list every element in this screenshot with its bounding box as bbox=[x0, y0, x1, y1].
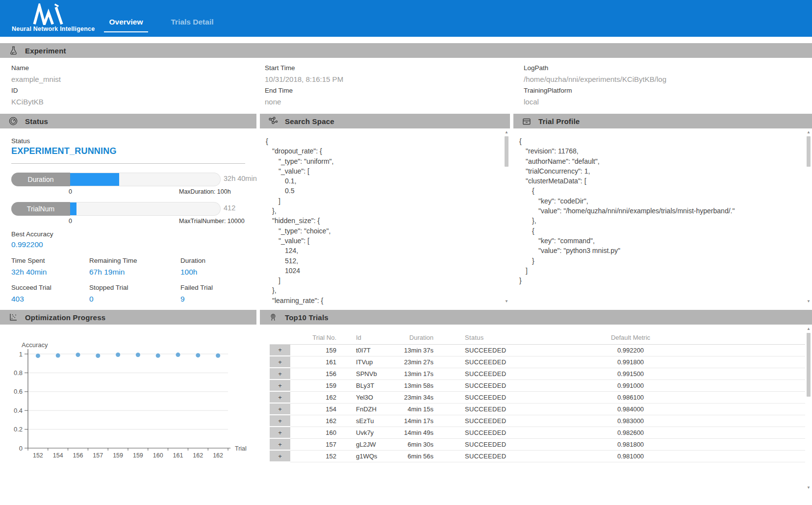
cell-id: Yel3O bbox=[339, 391, 392, 403]
json-line: "_value": [ bbox=[266, 236, 503, 246]
json-line: "trialConcurrency": 1, bbox=[519, 166, 805, 176]
scroll-down-icon[interactable]: ▼ bbox=[806, 299, 811, 304]
cell-default-metric: 0.991800 bbox=[584, 356, 678, 368]
start-time-field: Start Time 10/31/2018, 8:16:15 PM bbox=[265, 64, 343, 83]
max-label: MaxTrialNumber: 10000 bbox=[179, 218, 245, 225]
scroll-thumb[interactable] bbox=[807, 136, 811, 167]
json-line: }, bbox=[519, 216, 805, 226]
row-expand-button[interactable]: + bbox=[270, 379, 290, 391]
cell-trial-no: 162 bbox=[290, 415, 339, 427]
scatter-point[interactable] bbox=[216, 354, 220, 358]
scroll-down-icon[interactable]: ▼ bbox=[504, 299, 509, 304]
row-expand-button[interactable]: + bbox=[270, 344, 290, 356]
search-space-json: {"dropout_rate": {"_type": "uniform","_v… bbox=[260, 128, 503, 307]
json-line: ] bbox=[519, 266, 805, 276]
cell-id: ITVup bbox=[339, 356, 392, 368]
scroll-up-icon[interactable]: ▲ bbox=[504, 130, 509, 135]
json-line: ] bbox=[266, 196, 503, 206]
tab-overview[interactable]: Overview bbox=[104, 18, 148, 32]
row-expand-button[interactable]: + bbox=[270, 415, 290, 427]
row-expand-button[interactable]: + bbox=[270, 391, 290, 403]
x-axis-label: Trial bbox=[235, 445, 247, 452]
cell-trial-no: 156 bbox=[290, 368, 339, 379]
stat-value: 403 bbox=[11, 295, 51, 303]
optimization-section-bar: Optimization Progress bbox=[0, 310, 256, 325]
scatter-point[interactable] bbox=[176, 353, 180, 357]
field-label: LogPath bbox=[524, 64, 666, 72]
row-expand-button[interactable]: + bbox=[270, 356, 290, 368]
row-expand-button[interactable]: + bbox=[270, 403, 290, 415]
stat-label: Stopped Trial bbox=[89, 284, 128, 291]
row-expand-button[interactable]: + bbox=[270, 427, 290, 438]
scatter-point[interactable] bbox=[136, 353, 140, 357]
search-space-title: Search Space bbox=[285, 117, 334, 126]
training-platform-field: TrainingPlatform local bbox=[524, 87, 572, 106]
col-duration: Duration bbox=[392, 331, 436, 344]
x-tick-label: 157 bbox=[93, 452, 103, 459]
cell-default-metric: 0.991500 bbox=[584, 368, 678, 379]
scatter-point[interactable] bbox=[116, 353, 120, 357]
brand[interactable]: Neural Network Intelligence bbox=[12, 2, 90, 32]
json-line: 0.5 bbox=[266, 186, 503, 196]
min-label: 0 bbox=[69, 188, 72, 195]
scatter-point[interactable] bbox=[36, 354, 40, 358]
scatter-point[interactable] bbox=[76, 353, 80, 357]
duration-value: 32h 40min bbox=[224, 175, 257, 182]
scatter-point[interactable] bbox=[196, 353, 200, 357]
row-expand-button[interactable]: + bbox=[270, 368, 290, 379]
y-axis-label: Accuracy bbox=[22, 341, 48, 349]
json-line: "authorName": "default", bbox=[519, 156, 805, 166]
stat-value: 9 bbox=[180, 295, 213, 303]
scroll-down-icon[interactable]: ▼ bbox=[806, 485, 811, 490]
json-line: "key": "codeDir", bbox=[519, 196, 805, 206]
scatter-chart-icon bbox=[8, 312, 19, 323]
cell-status: SUCCEEDED bbox=[436, 344, 584, 356]
json-line: } bbox=[519, 276, 805, 285]
scroll-up-icon[interactable]: ▲ bbox=[806, 130, 811, 135]
cell-status: SUCCEEDED bbox=[436, 368, 584, 379]
progress-track bbox=[70, 202, 221, 216]
tab-trials-detail[interactable]: Trials Detail bbox=[168, 18, 217, 31]
top10-scrollbar[interactable]: ▲ ▼ bbox=[806, 327, 811, 490]
table-row: +154FnDZH4min 15sSUCCEEDED0.984000 bbox=[270, 403, 805, 415]
scroll-thumb[interactable] bbox=[505, 136, 508, 167]
json-line: "hidden_size": { bbox=[266, 216, 503, 226]
medal-icon bbox=[268, 312, 279, 323]
optimization-progress-panel: Optimization Progress Accuracy00.20.40.6… bbox=[0, 310, 256, 505]
cell-id: BLy3T bbox=[339, 379, 392, 391]
cell-duration: 13min 58s bbox=[392, 379, 436, 391]
y-tick-label: 0 bbox=[19, 445, 23, 452]
cell-default-metric: 0.992200 bbox=[584, 344, 678, 356]
stat-label: Succeed Trial bbox=[11, 284, 51, 291]
trial-profile-scrollbar[interactable]: ▲ ▼ bbox=[806, 130, 811, 304]
cell-default-metric: 0.982600 bbox=[584, 427, 678, 438]
time-spent-stat: Time Spent 32h 40min bbox=[11, 257, 47, 277]
cell-duration: 14min 49s bbox=[392, 427, 436, 438]
x-tick-label: 154 bbox=[53, 452, 63, 459]
scatter-point[interactable] bbox=[56, 354, 60, 358]
best-accuracy-label: Best Accuracy bbox=[11, 230, 53, 238]
scroll-thumb[interactable] bbox=[807, 333, 811, 397]
cell-filler bbox=[678, 391, 805, 403]
col-filler bbox=[678, 331, 805, 344]
search-space-scrollbar[interactable]: ▲ ▼ bbox=[504, 130, 509, 304]
app-header: Neural Network Intelligence Overview Tri… bbox=[0, 0, 812, 37]
json-line: "dropout_rate": { bbox=[266, 146, 503, 156]
experiment-info: Name example_mnist ID KCiBytKB Start Tim… bbox=[0, 58, 812, 114]
scatter-point[interactable] bbox=[156, 354, 160, 358]
json-line: ] bbox=[266, 276, 503, 285]
duration-progress-bar: Duration bbox=[11, 173, 221, 186]
top10-title: Top10 Trials bbox=[285, 313, 329, 322]
json-line: "clusterMetaData": [ bbox=[519, 176, 805, 186]
cell-status: SUCCEEDED bbox=[436, 427, 584, 438]
cell-status: SUCCEEDED bbox=[436, 356, 584, 368]
table-row: +162sEzTu14min 17sSUCCEEDED0.983000 bbox=[270, 415, 805, 427]
row-expand-button[interactable]: + bbox=[270, 438, 290, 450]
row-expand-button[interactable]: + bbox=[270, 450, 290, 462]
cell-filler bbox=[678, 438, 805, 450]
col-default-metric: Default Metric bbox=[584, 331, 678, 344]
cell-filler bbox=[678, 415, 805, 427]
scatter-point[interactable] bbox=[96, 354, 100, 358]
table-row: +159BLy3T13min 58sSUCCEEDED0.991000 bbox=[270, 379, 805, 391]
scroll-up-icon[interactable]: ▲ bbox=[806, 327, 811, 331]
